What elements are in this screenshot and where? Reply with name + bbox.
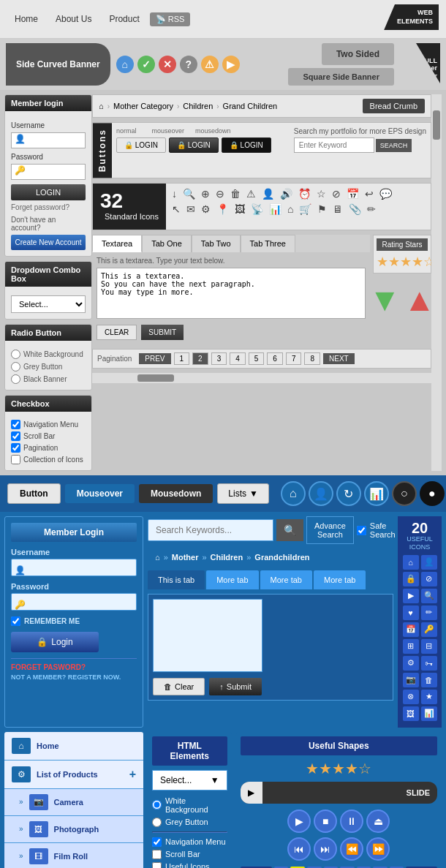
u-key-icon[interactable]: 🗝: [421, 656, 437, 671]
media-back-btn[interactable]: ⏪: [340, 837, 363, 861]
dot-round-icon[interactable]: ●: [420, 481, 445, 506]
login-mousedown-btn[interactable]: 🔒 LOGIN: [222, 137, 271, 153]
u-home-icon[interactable]: ⌂: [403, 555, 419, 570]
page-3[interactable]: 3: [211, 352, 227, 365]
page-5[interactable]: 5: [249, 352, 265, 365]
media-rew-btn[interactable]: ⏮: [287, 837, 311, 861]
u-trash-icon[interactable]: 🗑: [421, 673, 437, 687]
user-round-icon[interactable]: 👤: [309, 481, 333, 506]
u-pen-icon[interactable]: ✏: [421, 605, 437, 620]
tab-more-1[interactable]: More tab: [206, 570, 258, 589]
cb-scroll[interactable]: Scroll Bar: [11, 431, 86, 441]
u-search-icon[interactable]: 🔍: [421, 589, 437, 603]
remember-checkbox[interactable]: [11, 616, 20, 626]
login-mouseover-btn[interactable]: 🔒 LOGIN: [169, 137, 219, 153]
clear-button[interactable]: CLEAR: [97, 325, 137, 340]
tab-this-is[interactable]: This is tab: [148, 570, 205, 589]
cb-nav-input[interactable]: [11, 420, 20, 429]
page-8[interactable]: 8: [304, 352, 320, 365]
play-icon[interactable]: ▶: [222, 56, 240, 73]
textarea-blue[interactable]: [153, 599, 262, 672]
cb-icons-input[interactable]: [11, 455, 20, 464]
main-textarea[interactable]: This is a textarea. So you can have the …: [97, 268, 366, 319]
nav-photograph-item[interactable]: » 🖼 Photograph: [4, 816, 143, 843]
u-photo-icon[interactable]: 🖼: [403, 706, 419, 721]
u-cal-icon[interactable]: 📅: [403, 622, 419, 637]
radio-wb-input[interactable]: [152, 800, 162, 809]
v-scrollbar[interactable]: [431, 94, 442, 471]
circle-round-icon[interactable]: ○: [392, 481, 417, 506]
tab-one[interactable]: Tab One: [142, 235, 192, 252]
radio-black-input[interactable]: [11, 374, 20, 384]
refresh-round-icon[interactable]: ↻: [336, 481, 361, 506]
tab-more-2[interactable]: More tab: [260, 570, 312, 589]
u-lock-icon[interactable]: 🔒: [403, 572, 419, 586]
advance-search-button[interactable]: Advance Search: [306, 516, 354, 544]
check-icon[interactable]: ✓: [137, 56, 155, 73]
search-input-bottom[interactable]: [148, 519, 273, 541]
submit-button[interactable]: SUBMIT: [141, 325, 184, 340]
h-scroll-thumb[interactable]: [137, 374, 174, 382]
forgot-password-link[interactable]: Forget password?: [11, 203, 86, 211]
chart-round-icon[interactable]: 📊: [364, 481, 389, 506]
cb-nav-menu[interactable]: Navigation Menu: [152, 837, 227, 847]
create-account-button[interactable]: Create New Account: [11, 235, 86, 250]
u-key-lock-icon[interactable]: 🔑: [421, 622, 437, 637]
u-bar-icon[interactable]: 📊: [421, 706, 437, 721]
media-pause-btn[interactable]: ⏸: [340, 809, 363, 833]
u-camera-icon[interactable]: 📷: [403, 673, 419, 687]
u-arrow-right-icon[interactable]: ▶: [403, 589, 419, 603]
home-icon[interactable]: ⌂: [116, 56, 134, 73]
nav-list-products-item[interactable]: ⚙ List of Products +: [4, 761, 143, 789]
button-normal[interactable]: Button: [7, 483, 61, 504]
page-4[interactable]: 4: [230, 352, 246, 365]
cb-scroll-bar[interactable]: Scroll Bar: [152, 850, 227, 859]
safe-search-checkbox[interactable]: [357, 526, 366, 535]
u-star-icon[interactable]: ★: [421, 690, 437, 704]
nav-plus-icon[interactable]: +: [129, 768, 136, 781]
page-1[interactable]: 1: [174, 352, 190, 365]
h-scrollbar[interactable]: [92, 373, 431, 383]
button-mousedown[interactable]: Mousedown: [139, 484, 213, 503]
search-icon-button[interactable]: 🔍: [276, 519, 303, 541]
question-icon[interactable]: ?: [180, 56, 197, 73]
nav-home-item[interactable]: ⌂ Home: [4, 732, 143, 761]
cb-nav[interactable]: Navigation Menu: [11, 420, 86, 429]
rss-button[interactable]: 📡 RSS: [150, 12, 191, 26]
clear-btn-blue[interactable]: 🗑 Clear: [153, 678, 205, 695]
nav-product[interactable]: Product: [102, 11, 146, 27]
radio-white-input[interactable]: [11, 350, 20, 359]
slide-play-icon[interactable]: ▶: [241, 782, 262, 804]
radio-grey-input[interactable]: [11, 362, 20, 371]
media-fwd-btn[interactable]: ⏩: [366, 837, 390, 861]
login-button[interactable]: LOGIN: [11, 184, 86, 200]
tab-three[interactable]: Tab Three: [241, 235, 295, 252]
submit-btn-blue[interactable]: ↑ Submit: [209, 678, 262, 695]
nav-camera-item[interactable]: » 📷 Camera: [4, 789, 143, 816]
home-round-icon[interactable]: ⌂: [281, 481, 306, 506]
b-login-button[interactable]: 🔒 Login: [11, 632, 99, 652]
warning-icon[interactable]: ⚠: [201, 56, 219, 73]
cb-icons[interactable]: Collection of Icons: [11, 455, 86, 464]
cb-nav-menu-input[interactable]: [152, 837, 162, 847]
cb-pagination[interactable]: Pagination: [11, 443, 86, 453]
b-forgot-link[interactable]: FORGET PASWORD?: [11, 663, 137, 671]
login-normal-btn[interactable]: 🔒 LOGIN: [116, 137, 166, 153]
u-table-icon[interactable]: ⊞: [403, 639, 419, 654]
tab-two[interactable]: Tab Two: [192, 235, 241, 252]
next-button[interactable]: NEXT: [323, 353, 355, 364]
u-heart-icon[interactable]: ♥: [403, 605, 419, 620]
radio-grey-bg[interactable]: Grey Button: [152, 818, 227, 827]
radio-grey[interactable]: Grey Button: [11, 362, 86, 371]
cb-useful-icons-input[interactable]: [152, 862, 162, 868]
button-lists[interactable]: Lists ▼: [217, 483, 269, 504]
page-6[interactable]: 6: [267, 352, 283, 365]
radio-white-bg[interactable]: White Background: [152, 796, 227, 814]
page-2[interactable]: 2: [192, 352, 208, 365]
cb-scroll-input[interactable]: [11, 431, 20, 441]
b-register-link[interactable]: NOT A MEMBER? REGISTER NOW.: [11, 673, 137, 681]
html-select[interactable]: Select... ▼: [152, 770, 227, 790]
button-mouseover[interactable]: Mouseover: [65, 484, 135, 503]
cb-scroll-bar-input[interactable]: [152, 850, 162, 859]
tab-textarea[interactable]: Textarea: [92, 235, 142, 252]
